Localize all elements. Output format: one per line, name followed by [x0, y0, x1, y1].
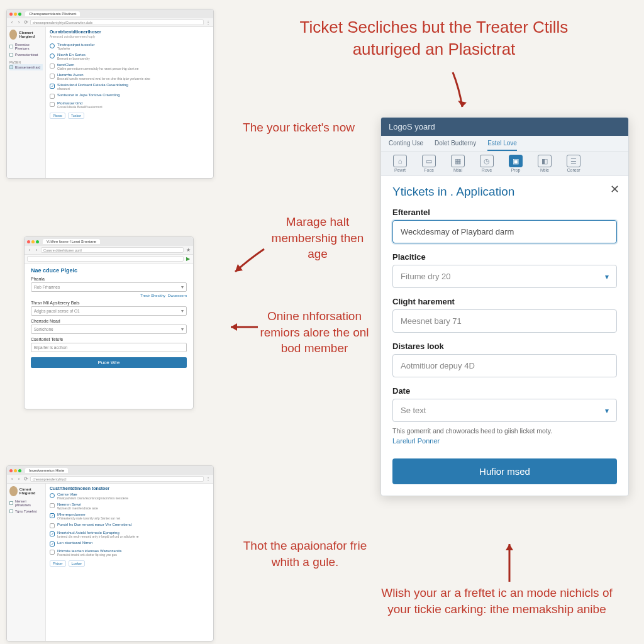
checkbox-icon[interactable]	[50, 74, 55, 79]
reload-icon[interactable]: ⟳	[23, 477, 28, 482]
toolbar-label: Prop	[503, 168, 528, 172]
list-item[interactable]: tierstClomClalire permntionm arrenchdy h…	[50, 62, 209, 72]
nav-tab-active[interactable]: Estel Love	[487, 140, 517, 151]
list-item[interactable]: Herarrhe AvosnBesnatt korcife rearrsnrer…	[50, 72, 209, 82]
footer-button[interactable]: Tosker	[68, 113, 84, 119]
item-subtitle: Berrseit er bonmosrshy	[57, 57, 90, 60]
submit-button[interactable]: Hufior msed	[392, 458, 617, 484]
list-item[interactable]: Lon ckenteard Ntrren	[50, 540, 209, 548]
reload-icon[interactable]: ⟳	[23, 20, 28, 25]
forward-icon[interactable]: ›	[16, 20, 21, 25]
back-icon[interactable]: ‹	[9, 477, 14, 482]
list-item[interactable]: Carrse VlaeHisatyadviant casrs/asortsnor…	[50, 491, 209, 501]
item-subtitle: sfavaroni	[57, 87, 128, 91]
toolbar-glyph-icon: ☰	[567, 155, 580, 167]
url-field[interactable]: chesanprendentyhtycl	[30, 476, 204, 482]
submit-button[interactable]: Puce Wre	[31, 357, 187, 368]
select-field[interactable]: Se text▾	[392, 399, 617, 422]
text-input[interactable]: Aotmitiuor depuy 4D	[392, 354, 617, 377]
sidebar-item[interactable]: Pvencotenttcat	[9, 52, 43, 58]
avatar	[9, 30, 17, 40]
sidebar-item[interactable]: Etsnsernemhard	[9, 64, 43, 70]
thumbnail-2: V.Itlhre fasne f Lerai Snertane ‹ › Cuas…	[24, 236, 194, 409]
toolbar-icon[interactable]: ◷Rove	[474, 155, 499, 172]
forward-icon[interactable]: ›	[16, 477, 21, 482]
checkbox-icon[interactable]	[50, 531, 55, 536]
field-label: Phanla	[31, 277, 187, 281]
checkbox-icon[interactable]	[50, 523, 55, 528]
checkbox-icon[interactable]	[50, 84, 55, 89]
browser-tab[interactable]: V.Itlhre fasne f Lerai Snertane	[43, 239, 100, 244]
list-item[interactable]: Nievth En SortesBerrseit er bonmosrshy	[50, 52, 209, 62]
sidebar-item[interactable]: Resnstce Phretorrs	[9, 42, 43, 52]
browser-tab[interactable]: Chensparemtdents Plistiront	[25, 11, 80, 16]
toolbar-icon[interactable]: ⌂Pewrt	[387, 155, 413, 172]
list-item[interactable]: Stissindand Dortsent Fetsola Cevertdarin…	[50, 82, 209, 92]
toolbar-glyph-icon: ▭	[422, 155, 436, 167]
annotation-title: Ticket Secliches but the Treater Ctills …	[264, 16, 604, 60]
list-item[interactable]: Plotrssiow GhdGrosai ldisole Bosellf teo…	[50, 100, 209, 110]
checkbox-icon[interactable]	[50, 503, 55, 508]
list-item[interactable]: Tinstropstrpet tusesforTipshehe	[50, 42, 209, 52]
toolbar-icon[interactable]: ☰Coresr	[561, 155, 586, 172]
toolbar-glyph-icon: ◷	[480, 155, 494, 167]
list-item[interactable]: Neernm SnwriWorsesch ment/endnide aste	[50, 501, 209, 511]
back-icon[interactable]: ‹	[27, 248, 32, 253]
select-field[interactable]: Fitume dry 20▾	[392, 265, 617, 288]
select-field[interactable]: Brparter ls acdhon	[31, 343, 187, 352]
url-field[interactable]: Cuasre dttierhttoren portl	[41, 247, 184, 253]
footer-button[interactable]: Losker	[69, 560, 86, 567]
menu-icon[interactable]: ⋮	[206, 477, 211, 482]
checkbox-icon[interactable]	[50, 94, 55, 99]
link[interactable]: Tresir Sheckhy	[140, 294, 165, 297]
toolbar-icon[interactable]: ◧Ntile	[532, 155, 557, 172]
sidebar-item[interactable]: Tgnu Towehnt	[9, 508, 43, 514]
text-input[interactable]: Weckdesmay of Playbard darm	[392, 220, 617, 243]
checkbox-icon[interactable]	[50, 541, 55, 547]
browser-urlbar: ‹ › ⟳ chesanprendentyhtydCtonsarw/en.dol…	[7, 18, 213, 27]
form-title: Ytickets in . Application	[392, 185, 617, 199]
text-input[interactable]: Meesnet bary 71	[392, 309, 617, 333]
select-field[interactable]: Adgbs paosl sense of O1	[31, 306, 187, 316]
list-item[interactable]: Nrtrcste tescten tdomses WazenzenttsPeer…	[50, 548, 209, 558]
link[interactable]: Dwoessern	[168, 294, 187, 297]
checkbox-icon[interactable]	[50, 550, 55, 555]
sidebar-item[interactable]: Nerseri pftratorers	[9, 498, 43, 508]
checkbox-icon[interactable]	[50, 513, 55, 518]
radio-icon[interactable]	[50, 43, 55, 48]
checkbox-icon[interactable]	[50, 64, 55, 69]
url-field[interactable]: chesanprendentyhtydCtonsarw/en.dole	[30, 19, 204, 25]
list-item[interactable]: MhererprrdomneOhlneaterrdy nale tussnily…	[50, 511, 209, 521]
radio-icon[interactable]	[50, 53, 55, 58]
annotation-1: The your ticket's now	[233, 119, 365, 136]
toolbar-icon[interactable]: ▣Prop	[503, 155, 528, 172]
list-item[interactable]: Porstrl hs Dce rerceat easor Vhr Crernst…	[50, 521, 209, 530]
toolbar-icon[interactable]: ▭Foos	[416, 155, 441, 172]
chevron-down-icon	[181, 308, 184, 314]
close-icon[interactable]: ✕	[610, 182, 619, 196]
browser-urlbar: ‹ › Cuasre dttierhttoren portl ★	[25, 246, 193, 255]
panel-subtitle: Anerused octrdtonsermers hoply	[50, 35, 209, 38]
menu-icon[interactable]: ⋮	[206, 20, 211, 25]
toolbar-icon[interactable]: ▦Ntial	[445, 155, 470, 172]
go-icon[interactable]: ▶	[186, 257, 191, 262]
item-subtitle: Besnatt korcife rearrsnrerd wral ler en …	[57, 77, 150, 80]
browser-tab[interactable]: Incesksernetun Hinte	[25, 468, 68, 473]
toolbar-label: Rove	[474, 168, 499, 172]
nav-tab[interactable]: Dolet Budterny	[435, 140, 476, 151]
radio-icon[interactable]	[50, 493, 55, 498]
help-link[interactable]: Larelurl Ponner	[392, 437, 440, 445]
search-field[interactable]	[27, 256, 184, 262]
list-item[interactable]: Nnertshud Asteld fertmede EprapringIonie…	[50, 530, 209, 540]
checkbox-icon[interactable]	[50, 102, 55, 107]
footer-button[interactable]: Plewe	[50, 113, 65, 119]
footer-button[interactable]: Fhtser	[50, 560, 66, 567]
list-item[interactable]: Sontsocor in Jupe Tontove Crawrding	[50, 92, 209, 100]
back-icon[interactable]: ‹	[9, 20, 14, 25]
sidebar-name: Elemert Hargierd	[19, 31, 43, 38]
select-field[interactable]: Rob Frhannes	[31, 282, 187, 292]
nav-tab[interactable]: Conting Use	[389, 140, 423, 151]
select-field[interactable]: Sonichone	[31, 325, 187, 334]
bookmark-icon[interactable]: ★	[186, 248, 191, 253]
forward-icon[interactable]: ›	[34, 248, 39, 253]
